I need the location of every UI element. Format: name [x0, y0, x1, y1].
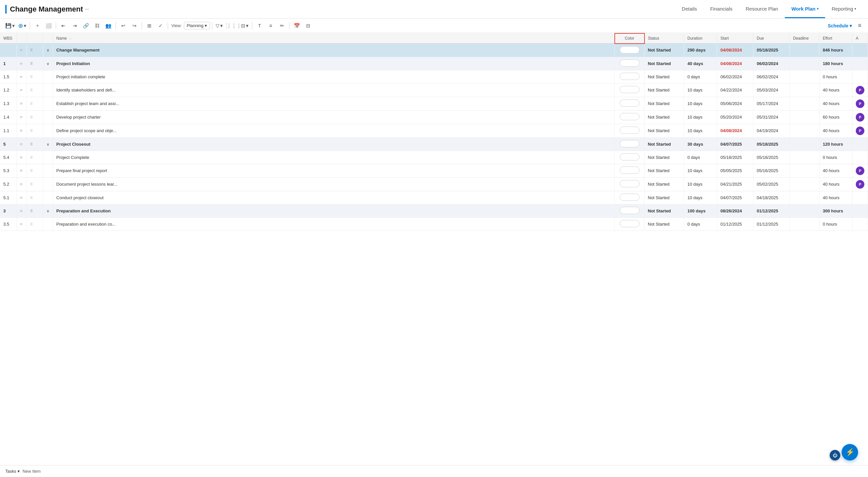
color-pill[interactable] — [620, 220, 640, 227]
cell-color[interactable] — [615, 83, 645, 97]
text-btn[interactable]: T — [254, 21, 265, 31]
table2-btn[interactable]: ⊟ — [303, 21, 313, 31]
cell-expand[interactable] — [43, 177, 53, 191]
add-row-button[interactable]: ＋ — [32, 21, 42, 31]
cell-drag[interactable]: ≡ — [17, 138, 26, 151]
color-pill[interactable] — [620, 113, 640, 120]
table-row[interactable]: 1≡⠿∨Project InitiationNot Started40 days… — [0, 57, 868, 70]
cell-color[interactable] — [615, 70, 645, 83]
grid-btn[interactable]: ⊞ — [144, 21, 155, 31]
cell-drag[interactable]: ≡ — [17, 97, 26, 110]
tasks-dropdown[interactable]: Tasks ▾ — [5, 469, 20, 474]
indent2-button[interactable]: ⇥ — [69, 21, 80, 31]
cell-expand[interactable] — [43, 83, 53, 97]
cell-color[interactable] — [615, 164, 645, 177]
cell-name[interactable]: Project Initiation — [53, 57, 615, 70]
color-pill[interactable] — [620, 180, 640, 187]
table-row[interactable]: 5.2≡⠿Document project lessons lear...Not… — [0, 177, 868, 191]
color-pill[interactable] — [620, 73, 640, 80]
table-row[interactable]: 1.1≡⠿Define project scope and obje...Not… — [0, 124, 868, 138]
view-dropdown[interactable]: Planning ▾ — [184, 22, 210, 29]
cell-name[interactable]: Preparation and execution co... — [53, 217, 615, 231]
cell-drag[interactable]: ≡ — [17, 57, 26, 70]
cell-expand[interactable]: ∨ — [43, 138, 53, 151]
color-pill[interactable] — [620, 86, 640, 93]
table-row[interactable]: 5≡⠿∨Project CloseoutNot Started30 days04… — [0, 138, 868, 151]
cell-drag[interactable]: ≡ — [17, 151, 26, 164]
undo-button[interactable]: ↩ — [118, 21, 128, 31]
cell-name[interactable]: Project Closeout — [53, 138, 615, 151]
table-row[interactable]: 5.1≡⠿Conduct project closeoutNot Started… — [0, 191, 868, 204]
cell-drag[interactable]: ≡ — [17, 217, 26, 231]
cell-name[interactable]: Identify stakeholders and defi... — [53, 83, 615, 97]
cell-drag[interactable]: ≡ — [17, 70, 26, 83]
redo-button[interactable]: ↪ — [129, 21, 140, 31]
link-button[interactable]: 🔗 — [81, 21, 91, 31]
color-pill[interactable] — [620, 140, 640, 147]
menu-button[interactable]: ≡ — [855, 21, 864, 30]
color-pill[interactable] — [620, 126, 640, 134]
link2-button[interactable]: ⛓ — [92, 21, 102, 31]
table-row[interactable]: 1.3≡⠿Establish project team and assi...N… — [0, 97, 868, 110]
color-pill[interactable] — [620, 59, 640, 67]
color-pill[interactable] — [620, 99, 640, 107]
cell-expand[interactable] — [43, 191, 53, 204]
expand-icon[interactable]: ∨ — [46, 48, 49, 52]
people-button[interactable]: 👥 — [103, 21, 114, 31]
cell-name[interactable]: Define project scope and obje... — [53, 124, 615, 138]
cell-color[interactable] — [615, 124, 645, 138]
cell-color[interactable] — [615, 177, 645, 191]
cell-name[interactable]: Project initiation complete — [53, 70, 615, 83]
table-row[interactable]: 5.4≡⠿Project CompleteNot Started0 days05… — [0, 151, 868, 164]
cell-color[interactable] — [615, 217, 645, 231]
cell-expand[interactable]: ∨ — [43, 43, 53, 57]
cell-expand[interactable] — [43, 217, 53, 231]
table-row[interactable]: 3≡⠿∨Preparation and ExecutionNot Started… — [0, 204, 868, 217]
table-button[interactable]: ⊟ ▾ — [240, 21, 250, 31]
cell-expand[interactable] — [43, 110, 53, 124]
cell-name[interactable]: Develop project charter — [53, 110, 615, 124]
tab-details[interactable]: Details — [675, 0, 704, 18]
cell-name[interactable]: Establish project team and assi... — [53, 97, 615, 110]
cell-name[interactable]: Project Complete — [53, 151, 615, 164]
color-pill[interactable] — [620, 167, 640, 174]
cell-color[interactable] — [615, 43, 645, 57]
indent-button[interactable]: ⬜ — [43, 21, 54, 31]
cell-name[interactable]: Document project lessons lear... — [53, 177, 615, 191]
cell-color[interactable] — [615, 191, 645, 204]
table-row[interactable]: 5.3≡⠿Prepare final project reportNot Sta… — [0, 164, 868, 177]
color-pill[interactable] — [620, 193, 640, 201]
cell-color[interactable] — [615, 110, 645, 124]
cell-expand[interactable] — [43, 70, 53, 83]
calendar-btn[interactable]: 📅 — [291, 21, 302, 31]
table-row[interactable]: 1.2≡⠿Identify stakeholders and defi...No… — [0, 83, 868, 97]
table-row[interactable]: 1.4≡⠿Develop project charterNot Started1… — [0, 110, 868, 124]
filter-button[interactable]: ▽ ▾ — [214, 21, 224, 31]
add-button[interactable]: ⊕ ▾ — [17, 21, 28, 31]
color-pill[interactable] — [620, 46, 640, 54]
new-item-button[interactable]: New Item — [23, 469, 41, 474]
table-row[interactable]: 3.5≡⠿Preparation and execution co...Not … — [0, 217, 868, 231]
cell-expand[interactable]: ∨ — [43, 204, 53, 217]
table-row[interactable]: 1.5≡⠿Project initiation completeNot Star… — [0, 70, 868, 83]
cell-drag[interactable]: ≡ — [17, 43, 26, 57]
fab-button[interactable]: ⚡ — [842, 444, 858, 460]
draw-btn[interactable]: ✏ — [277, 21, 287, 31]
save-button[interactable]: 💾 ▾ — [4, 21, 16, 31]
cell-expand[interactable] — [43, 97, 53, 110]
outdent-button[interactable]: ⇤ — [58, 21, 69, 31]
cell-drag[interactable]: ≡ — [17, 164, 26, 177]
cell-name[interactable]: Change Management — [53, 43, 615, 57]
tab-reporting[interactable]: Reporting ▾ — [825, 0, 863, 18]
tab-work-plan[interactable]: Work Plan ▾ — [785, 0, 825, 18]
cell-expand[interactable] — [43, 164, 53, 177]
cell-drag[interactable]: ≡ — [17, 191, 26, 204]
cell-name[interactable]: Prepare final project report — [53, 164, 615, 177]
cell-color[interactable] — [615, 204, 645, 217]
cell-drag[interactable]: ≡ — [17, 83, 26, 97]
align-btn[interactable]: ≡ — [266, 21, 276, 31]
color-pill[interactable] — [620, 153, 640, 160]
cell-drag[interactable]: ≡ — [17, 204, 26, 217]
cell-expand[interactable] — [43, 151, 53, 164]
cell-color[interactable] — [615, 151, 645, 164]
